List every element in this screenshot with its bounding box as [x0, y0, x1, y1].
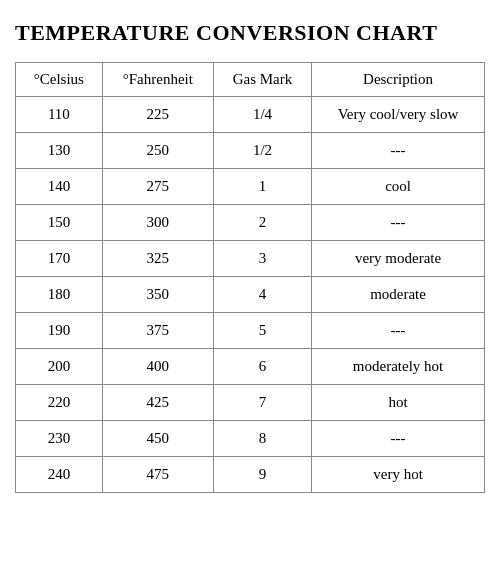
table-header-row: °Celsius °Fahrenheit Gas Mark Descriptio…	[16, 63, 485, 97]
cell-fahrenheit: 325	[102, 241, 213, 277]
cell-gas_mark: 8	[213, 421, 311, 457]
header-celsius: °Celsius	[16, 63, 103, 97]
table-row: 1402751cool	[16, 169, 485, 205]
cell-description: moderate	[312, 277, 485, 313]
cell-celsius: 170	[16, 241, 103, 277]
cell-description: ---	[312, 421, 485, 457]
cell-description: ---	[312, 133, 485, 169]
cell-gas_mark: 4	[213, 277, 311, 313]
table-row: 1903755---	[16, 313, 485, 349]
table-row: 2404759very hot	[16, 457, 485, 493]
cell-celsius: 150	[16, 205, 103, 241]
cell-celsius: 220	[16, 385, 103, 421]
cell-gas_mark: 1	[213, 169, 311, 205]
table-row: 2204257hot	[16, 385, 485, 421]
cell-description: Very cool/very slow	[312, 97, 485, 133]
temperature-table: °Celsius °Fahrenheit Gas Mark Descriptio…	[15, 62, 485, 493]
cell-fahrenheit: 375	[102, 313, 213, 349]
header-fahrenheit: °Fahrenheit	[102, 63, 213, 97]
cell-gas_mark: 9	[213, 457, 311, 493]
cell-fahrenheit: 450	[102, 421, 213, 457]
table-row: 2304508---	[16, 421, 485, 457]
cell-fahrenheit: 425	[102, 385, 213, 421]
cell-fahrenheit: 275	[102, 169, 213, 205]
table-row: 1102251/4Very cool/very slow	[16, 97, 485, 133]
cell-celsius: 240	[16, 457, 103, 493]
cell-description: ---	[312, 313, 485, 349]
cell-celsius: 200	[16, 349, 103, 385]
table-row: 1703253very moderate	[16, 241, 485, 277]
cell-description: cool	[312, 169, 485, 205]
cell-fahrenheit: 225	[102, 97, 213, 133]
cell-gas_mark: 2	[213, 205, 311, 241]
header-gas-mark: Gas Mark	[213, 63, 311, 97]
cell-gas_mark: 1/4	[213, 97, 311, 133]
cell-description: very hot	[312, 457, 485, 493]
cell-description: very moderate	[312, 241, 485, 277]
cell-gas_mark: 7	[213, 385, 311, 421]
cell-celsius: 180	[16, 277, 103, 313]
table-row: 1503002---	[16, 205, 485, 241]
cell-fahrenheit: 300	[102, 205, 213, 241]
cell-celsius: 130	[16, 133, 103, 169]
cell-celsius: 190	[16, 313, 103, 349]
cell-fahrenheit: 400	[102, 349, 213, 385]
cell-gas_mark: 3	[213, 241, 311, 277]
header-description: Description	[312, 63, 485, 97]
cell-celsius: 110	[16, 97, 103, 133]
cell-fahrenheit: 350	[102, 277, 213, 313]
page-title: TEMPERATURE CONVERSION CHART	[15, 20, 485, 46]
table-row: 2004006moderately hot	[16, 349, 485, 385]
cell-celsius: 140	[16, 169, 103, 205]
cell-fahrenheit: 250	[102, 133, 213, 169]
table-row: 1803504moderate	[16, 277, 485, 313]
cell-gas_mark: 6	[213, 349, 311, 385]
cell-celsius: 230	[16, 421, 103, 457]
table-row: 1302501/2---	[16, 133, 485, 169]
cell-description: moderately hot	[312, 349, 485, 385]
cell-gas_mark: 1/2	[213, 133, 311, 169]
cell-description: hot	[312, 385, 485, 421]
cell-fahrenheit: 475	[102, 457, 213, 493]
cell-gas_mark: 5	[213, 313, 311, 349]
cell-description: ---	[312, 205, 485, 241]
